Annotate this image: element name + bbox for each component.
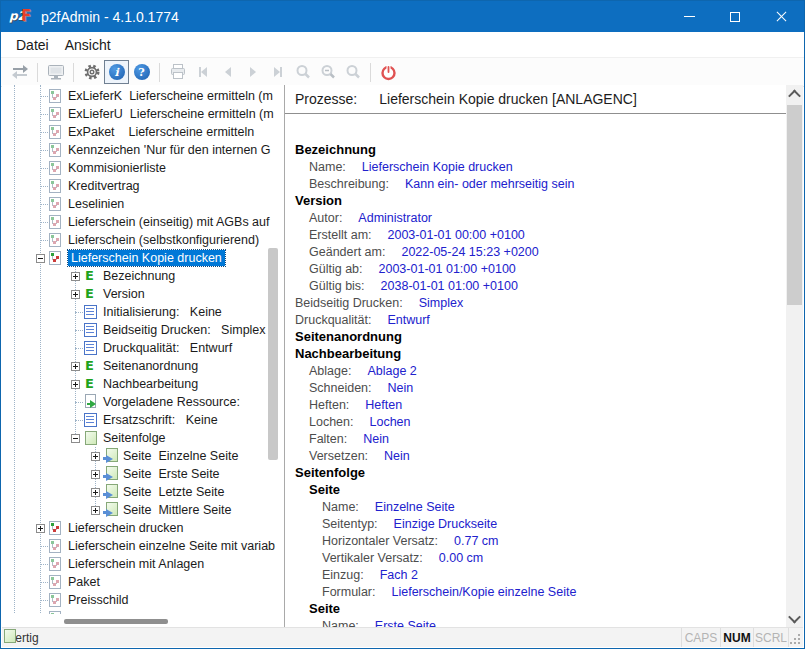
transfer-button[interactable] bbox=[7, 60, 32, 84]
scroll-down-button[interactable] bbox=[786, 610, 803, 627]
tree-item[interactable]: Seitenfolge bbox=[2, 429, 285, 447]
expand-toggle[interactable] bbox=[91, 506, 100, 515]
tree-item[interactable]: Paket bbox=[2, 573, 285, 591]
toolbar-separator bbox=[37, 63, 38, 82]
close-icon bbox=[775, 10, 788, 23]
title-bar: p2 F p2fAdmin - 4.1.0.1774 bbox=[1, 1, 804, 32]
element-icon bbox=[83, 286, 99, 302]
expand-toggle[interactable] bbox=[71, 362, 80, 371]
expand-toggle[interactable] bbox=[36, 524, 45, 533]
transfer-icon bbox=[11, 65, 29, 79]
tree-item[interactable]: Leselinien bbox=[2, 195, 285, 213]
detail-field: Geändert am:2022-05-24 15:23 +0200 bbox=[295, 243, 781, 260]
menu-ansicht[interactable]: Ansicht bbox=[57, 34, 119, 56]
tree-item[interactable]: Seite Mittlere Seite bbox=[2, 501, 285, 519]
tree-item[interactable]: Kennzeichen 'Nur für den internen G bbox=[2, 141, 285, 159]
tree-item[interactable]: Bezeichnung bbox=[2, 267, 285, 285]
display-button[interactable] bbox=[43, 60, 68, 84]
tree-item[interactable]: Seite Erste Seite bbox=[2, 465, 285, 483]
info-button[interactable]: i bbox=[104, 60, 129, 84]
detail-scrollbar-thumb[interactable] bbox=[787, 105, 802, 305]
tree-item[interactable]: Lieferschein (selbstkonfigurierend) bbox=[2, 231, 285, 249]
tree-item[interactable]: ExLieferK Lieferscheine ermitteln (m bbox=[2, 87, 285, 105]
settings-button[interactable] bbox=[79, 60, 104, 84]
property-document-icon bbox=[83, 304, 99, 320]
tree-item[interactable]: Lieferschein drucken bbox=[2, 519, 285, 537]
expand-toggle[interactable] bbox=[91, 452, 100, 461]
tree-item[interactable]: Beidseitig Drucken: Simplex bbox=[2, 321, 285, 339]
header-separator bbox=[285, 113, 786, 114]
tree-item[interactable]: Version bbox=[2, 285, 285, 303]
tree-item-selected[interactable]: Lieferschein Kopie drucken bbox=[2, 249, 285, 267]
previous-page-button[interactable] bbox=[215, 60, 240, 84]
window-title: p2fAdmin - 4.1.0.1774 bbox=[41, 9, 179, 25]
tree-item[interactable]: Seite Letzte Seite bbox=[2, 483, 285, 501]
expand-toggle[interactable] bbox=[71, 272, 80, 281]
app-window: p2 F p2fAdmin - 4.1.0.1774 Datei Ansicht bbox=[0, 0, 805, 649]
detail-vertical-scrollbar[interactable] bbox=[786, 85, 803, 628]
detail-field: Autor:Administrator bbox=[295, 209, 781, 226]
tree-item[interactable]: Kreditvertrag bbox=[2, 177, 285, 195]
logo-text-f: F bbox=[21, 7, 31, 25]
tree-item[interactable]: Nachbearbeitung bbox=[2, 375, 285, 393]
zoom-out-button[interactable] bbox=[315, 60, 340, 84]
detail-field: Versetzen:Nein bbox=[295, 447, 781, 464]
process-icon bbox=[48, 556, 64, 572]
num-lock-indicator: NUM bbox=[720, 628, 753, 647]
detail-field: Beidseitig Drucken:Simplex bbox=[295, 294, 781, 311]
exit-button[interactable] bbox=[376, 60, 401, 84]
last-page-button[interactable] bbox=[265, 60, 290, 84]
menu-datei[interactable]: Datei bbox=[8, 34, 57, 56]
tree-item[interactable]: Ersatzschrift: Keine bbox=[2, 411, 285, 429]
minimize-icon bbox=[684, 16, 695, 17]
detail-panel: Prozesse: Lieferschein Kopie drucken [AN… bbox=[285, 85, 803, 628]
tree-item[interactable]: Druckqualität: Entwurf bbox=[2, 339, 285, 357]
tree-item[interactable]: Lieferschein (einseitig) mit AGBs auf bbox=[2, 213, 285, 231]
process-icon bbox=[48, 574, 64, 590]
chevron-down-icon bbox=[788, 611, 801, 624]
tree-item[interactable]: Vorgeladene Ressource: bbox=[2, 393, 285, 411]
tree-item[interactable]: ExLieferU Lieferscheine ermitteln (m bbox=[2, 105, 285, 123]
toolbar-separator bbox=[73, 63, 74, 82]
tree-item[interactable]: Kommisionierliste bbox=[2, 159, 285, 177]
tree-item[interactable]: Lieferschein mit Anlagen bbox=[2, 555, 285, 573]
tree-item[interactable]: Lieferschein einzelne Seite mit variab bbox=[2, 537, 285, 555]
expand-toggle[interactable] bbox=[91, 488, 100, 497]
zoom-reset-icon bbox=[345, 64, 361, 80]
chevron-up-icon bbox=[788, 90, 801, 103]
collapse-toggle[interactable] bbox=[71, 434, 80, 443]
tree-horizontal-scrollbar-thumb[interactable] bbox=[64, 619, 168, 624]
element-icon bbox=[83, 358, 99, 374]
close-button[interactable] bbox=[758, 1, 804, 32]
zoom-button[interactable] bbox=[290, 60, 315, 84]
tree-item[interactable]: ExPaket Lieferscheine ermitteln bbox=[2, 123, 285, 141]
process-icon bbox=[48, 214, 64, 230]
info-icon: i bbox=[109, 64, 125, 80]
tree-item[interactable]: Seite Einzelne Seite bbox=[2, 447, 285, 465]
minimize-button[interactable] bbox=[666, 1, 712, 32]
first-page-button[interactable] bbox=[190, 60, 215, 84]
detail-field: Schneiden:Nein bbox=[295, 379, 781, 396]
detail-field: Formular:Lieferschein/Kopie einzelne Sei… bbox=[295, 583, 781, 600]
page-sequence-icon bbox=[83, 430, 99, 446]
tree-item[interactable]: Seitenanordnung bbox=[2, 357, 285, 375]
tree-horizontal-scrollbar[interactable] bbox=[2, 614, 283, 628]
process-icon bbox=[48, 250, 64, 266]
next-page-button[interactable] bbox=[240, 60, 265, 84]
detail-header-value: Lieferschein Kopie drucken [ANLAGENC] bbox=[379, 91, 637, 107]
tree-item[interactable]: Preisschild bbox=[2, 591, 285, 609]
expand-toggle[interactable] bbox=[71, 290, 80, 299]
tree-item[interactable]: Initialisierung: Keine bbox=[2, 303, 285, 321]
zoom-reset-button[interactable] bbox=[340, 60, 365, 84]
collapse-toggle[interactable] bbox=[36, 254, 45, 263]
print-button[interactable] bbox=[165, 60, 190, 84]
help-button[interactable]: ? bbox=[129, 60, 154, 84]
process-icon bbox=[48, 88, 64, 104]
maximize-button[interactable] bbox=[712, 1, 758, 32]
expand-toggle[interactable] bbox=[91, 470, 100, 479]
tree-vertical-scrollbar-thumb[interactable] bbox=[268, 248, 278, 460]
scroll-up-button[interactable] bbox=[786, 86, 803, 103]
process-icon bbox=[48, 106, 64, 122]
expand-toggle[interactable] bbox=[71, 380, 80, 389]
resize-grip[interactable] bbox=[788, 628, 803, 647]
